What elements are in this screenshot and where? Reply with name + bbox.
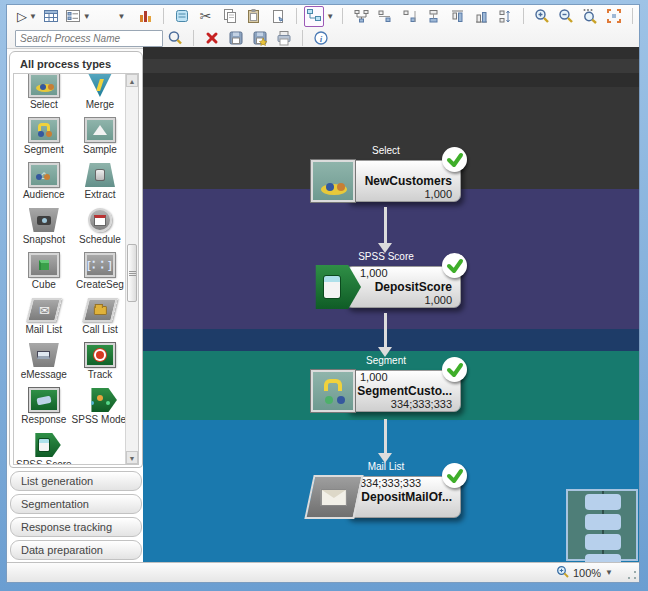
mail-list-node-icon xyxy=(304,475,363,519)
palette-item-segment[interactable]: Segment xyxy=(16,112,72,157)
connector-arrow xyxy=(378,419,392,463)
accordion-data-preparation[interactable]: Data preparation xyxy=(10,540,142,560)
select-icon xyxy=(29,73,59,97)
palette-item-merge[interactable]: Merge xyxy=(72,73,129,112)
spss-model-icon xyxy=(83,388,117,412)
palette-item-audience[interactable]: ⌂ Audience xyxy=(16,157,72,202)
extract-icon xyxy=(85,163,115,187)
align-left-button[interactable] xyxy=(375,6,395,26)
connector-arrow xyxy=(378,313,392,357)
toolbar-separator xyxy=(296,8,297,24)
layout-hierarchy-button[interactable] xyxy=(351,6,371,26)
fit-to-view-button[interactable] xyxy=(604,6,624,26)
palette-item-spss-score[interactable]: SPSS Score xyxy=(16,427,72,465)
save-as-button[interactable] xyxy=(250,28,270,48)
palette-item-emessage[interactable]: eMessage xyxy=(16,337,72,382)
delete-button[interactable] xyxy=(202,28,222,48)
connector-arrow xyxy=(378,207,392,253)
palette-item-spss-model[interactable]: SPSS Model xyxy=(72,382,129,427)
palette-item-track[interactable]: Track xyxy=(72,337,129,382)
status-bar: 100% ▼ xyxy=(7,562,639,582)
process-node-depositmailoffer[interactable]: Mail List 334;333;333 DepositMailOf... xyxy=(311,461,461,520)
palette-item-mail-list[interactable]: ✉ Mail List xyxy=(16,292,72,337)
node-type-label: Segment xyxy=(311,355,461,368)
palette-item-select[interactable]: Select xyxy=(16,73,72,112)
canvas-band xyxy=(143,47,639,59)
node-type-label: Mail List xyxy=(311,461,461,474)
scrollbar-thumb[interactable] xyxy=(127,244,137,302)
node-output-count xyxy=(346,504,460,517)
minimap-overview[interactable] xyxy=(566,489,638,561)
toolbar-separator xyxy=(302,30,303,46)
minimap-node xyxy=(585,554,621,562)
info-button[interactable]: i xyxy=(311,28,331,48)
align-top-button[interactable] xyxy=(447,6,467,26)
align-center-button[interactable] xyxy=(423,6,443,26)
palette-item-snapshot[interactable]: Snapshot xyxy=(16,202,72,247)
toolbar-separator xyxy=(193,30,194,46)
minimap-node xyxy=(585,494,621,510)
toolbar-row-2: i xyxy=(7,27,639,49)
reports-chart-button[interactable] xyxy=(135,6,155,26)
cut-button[interactable]: ✂ xyxy=(196,6,216,26)
success-check-icon xyxy=(442,147,467,172)
palette-item-response[interactable]: Response xyxy=(16,382,72,427)
accordion-list-generation[interactable]: List generation xyxy=(10,471,142,491)
toolbar-separator xyxy=(632,8,633,24)
select-node-icon xyxy=(311,160,355,202)
process-node-newcustomers[interactable]: Select NewCustomers 1,000 xyxy=(311,145,461,204)
node-output-count: 1,000 xyxy=(346,188,460,201)
process-palette: All process types Select Merge Segment xyxy=(9,51,143,562)
minimap-node xyxy=(585,534,621,550)
flowchart-view-button[interactable]: ▼ xyxy=(305,6,335,26)
zoom-in-button[interactable] xyxy=(532,6,552,26)
toolbar-separator xyxy=(342,8,343,24)
merge-icon xyxy=(88,73,112,97)
distribute-vertical-button[interactable] xyxy=(495,6,515,26)
palette-item-schedule[interactable]: Schedule xyxy=(72,202,129,247)
search-input[interactable] xyxy=(15,30,163,47)
palette-item-cube[interactable]: Cube xyxy=(16,247,72,292)
properties-list-button[interactable]: ▼ xyxy=(65,6,91,26)
zoom-dropdown-icon[interactable]: ▼ xyxy=(605,568,613,577)
run-button[interactable]: ▷▼ xyxy=(17,6,37,26)
palette-item-extract[interactable]: Extract xyxy=(72,157,129,202)
zoom-out-button[interactable] xyxy=(556,6,576,26)
scroll-down-icon[interactable]: ▼ xyxy=(126,451,138,464)
zoom-indicator-icon[interactable] xyxy=(556,564,569,582)
schedule-icon xyxy=(88,208,112,232)
palette-empty-cell xyxy=(72,427,129,465)
accordion-response-tracking[interactable]: Response tracking xyxy=(10,517,142,537)
palette-item-createseg[interactable]: [⠅⠅] CreateSeg xyxy=(72,247,129,292)
search-icon[interactable] xyxy=(165,28,185,48)
flowchart-canvas[interactable]: Select NewCustomers 1,000 SPSS Score 1,0… xyxy=(143,47,639,562)
success-check-icon xyxy=(442,357,467,382)
print-button[interactable] xyxy=(274,28,294,48)
toolbar-separator xyxy=(523,8,524,24)
process-node-segmentcustomers[interactable]: Segment 1,000 SegmentCusto... 334;333;33… xyxy=(311,355,461,414)
palette-header: All process types xyxy=(12,54,140,73)
process-box-button[interactable] xyxy=(172,6,192,26)
sample-icon xyxy=(85,118,115,142)
palette-item-call-list[interactable]: Call List xyxy=(72,292,129,337)
palette-item-sample[interactable]: Sample xyxy=(72,112,129,157)
table-view-button[interactable] xyxy=(41,6,61,26)
createseg-icon: [⠅⠅] xyxy=(85,253,115,277)
zoom-custom-button[interactable] xyxy=(580,6,600,26)
copy-button[interactable] xyxy=(220,6,240,26)
palette-scrollbar[interactable]: ▲ ▼ xyxy=(125,74,138,464)
mail-list-icon: ✉ xyxy=(26,298,62,322)
options-dropdown[interactable]: ▼ xyxy=(111,6,131,26)
accordion-segmentation[interactable]: Segmentation xyxy=(10,494,142,514)
resize-grip[interactable] xyxy=(627,570,637,580)
add-note-button[interactable] xyxy=(268,6,288,26)
spss-score-icon xyxy=(27,433,61,457)
align-right-button[interactable] xyxy=(399,6,419,26)
node-output-count: 1,000 xyxy=(346,294,460,307)
process-node-depositscore[interactable]: SPSS Score 1,000 DepositScore 1,000 xyxy=(311,251,461,310)
paste-button[interactable] xyxy=(244,6,264,26)
zoom-level-label[interactable]: 100% xyxy=(573,567,601,579)
scroll-up-icon[interactable]: ▲ xyxy=(126,74,138,87)
save-button[interactable] xyxy=(226,28,246,48)
align-bottom-button[interactable] xyxy=(471,6,491,26)
